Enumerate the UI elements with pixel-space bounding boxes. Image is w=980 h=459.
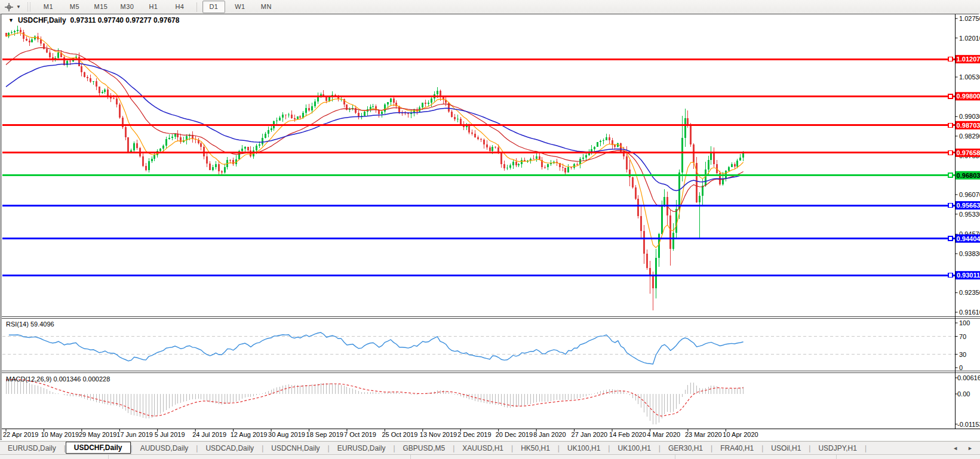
svg-text:23 Mar 2020: 23 Mar 2020 (685, 431, 722, 438)
timeframe-button-w1[interactable]: W1 (229, 1, 251, 13)
chart-tab-gbpusd-m5[interactable]: GBPUSD,M5 (395, 442, 453, 454)
svg-text:10 Apr 2020: 10 Apr 2020 (723, 431, 758, 438)
chart-tab-usdcnh-daily[interactable]: USDCNH,Daily (263, 442, 327, 454)
svg-text:2 Dec 2019: 2 Dec 2019 (457, 431, 491, 438)
svg-text:0.99800: 0.99800 (957, 93, 980, 100)
svg-text:27 Jan 2020: 27 Jan 2020 (572, 431, 608, 438)
svg-text:100: 100 (959, 319, 970, 326)
svg-text:13 Nov 2019: 13 Nov 2019 (420, 431, 457, 438)
svg-text:0.006167: 0.006167 (957, 374, 980, 381)
svg-text:29 May 2019: 29 May 2019 (79, 431, 117, 438)
svg-text:30 Aug 2019: 30 Aug 2019 (268, 431, 305, 438)
chart-tab-hk50-h1[interactable]: HK50,H1 (513, 442, 558, 454)
svg-text:30: 30 (959, 351, 966, 358)
macd-indicator-label: MACD(12,26,9) 0.001346 0.000228 (6, 375, 110, 383)
chart-tab-usoil-h1[interactable]: USOil,H1 (763, 442, 809, 454)
toolbar-separator (196, 2, 197, 12)
svg-text:7 Oct 2019: 7 Oct 2019 (344, 431, 376, 438)
timeframe-button-m30[interactable]: M30 (116, 1, 139, 13)
chart-tab-bar: EURUSD,Daily|USDCHF,Daily|AUDUSD,Daily|U… (0, 441, 980, 455)
chart-tab-uk100-h1[interactable]: UK100,H1 (610, 442, 658, 454)
chart-tab-usdjpy-h1[interactable]: USDJPY,H1 (810, 442, 864, 454)
svg-text:25 Oct 2019: 25 Oct 2019 (382, 431, 417, 438)
timeframe-button-m5[interactable]: M5 (63, 1, 86, 13)
svg-text:18 Sep 2019: 18 Sep 2019 (306, 431, 343, 438)
svg-text:0.93011: 0.93011 (957, 272, 980, 279)
cursor-tool-button[interactable]: ▼ (0, 0, 25, 14)
chart-tab-eurusd-daily[interactable]: EURUSD,Daily (330, 442, 394, 454)
svg-text:17 Jun 2019: 17 Jun 2019 (116, 431, 153, 438)
status-strip (0, 455, 980, 459)
toolbar-grip-handle[interactable] (27, 2, 30, 11)
chart-tab-audusd-daily[interactable]: AUDUSD,Daily (133, 442, 196, 454)
svg-text:8 Jan 2020: 8 Jan 2020 (533, 431, 566, 438)
svg-text:20 Dec 2019: 20 Dec 2019 (496, 431, 533, 438)
chart-tab-xauusd-h1[interactable]: XAUUSD,H1 (454, 442, 511, 454)
chart-tab-fra40-h1[interactable]: FRA40,H1 (712, 442, 761, 454)
timeframe-button-h4[interactable]: H4 (168, 1, 191, 13)
svg-text:24 Jul 2019: 24 Jul 2019 (192, 431, 226, 438)
svg-text:22 Apr 2019: 22 Apr 2019 (3, 431, 38, 438)
chart-tab-usdcad-daily[interactable]: USDCAD,Daily (198, 442, 262, 454)
chart-tab-uk100-h1[interactable]: UK100,H1 (560, 442, 608, 454)
svg-text:0.99030: 0.99030 (959, 113, 980, 120)
chevron-down-icon[interactable]: ▼ (16, 5, 21, 10)
chart-ohlc-values: 0.97311 0.97740 0.97277 0.97678 (70, 16, 180, 24)
svg-text:12 Aug 2019: 12 Aug 2019 (231, 431, 268, 438)
timeframe-button-d1[interactable]: D1 (202, 1, 225, 13)
svg-text:0.97658: 0.97658 (957, 149, 980, 156)
svg-text:70: 70 (959, 333, 966, 340)
chart-title: ▼ USDCHF,Daily 0.97311 0.97740 0.97277 0… (8, 16, 179, 24)
svg-text:14 Feb 2020: 14 Feb 2020 (609, 431, 646, 438)
svg-text:0: 0 (959, 364, 963, 371)
chart-tab-ger30-h1[interactable]: GER30,H1 (660, 442, 711, 454)
svg-text:0.92350: 0.92350 (959, 289, 980, 296)
svg-text:0.96070: 0.96070 (959, 191, 980, 198)
svg-text:1.01207: 1.01207 (957, 56, 980, 63)
chart-tab-usdchf-daily[interactable]: USDCHF,Daily (66, 442, 131, 454)
tab-divider: | (865, 444, 867, 452)
svg-text:5 Jul 2019: 5 Jul 2019 (155, 431, 185, 438)
price-chart-canvas[interactable]: 1.027501.020101.005300.990300.982900.975… (2, 14, 980, 440)
rsi-indicator-label: RSI(14) 59.4096 (6, 321, 54, 328)
svg-text:1.02010: 1.02010 (959, 35, 980, 42)
svg-text:1.02750: 1.02750 (959, 15, 980, 22)
timeframe-toolbar: ▼ M1M5M15M30H1H4D1W1MN (0, 0, 980, 14)
timeframe-button-m15[interactable]: M15 (90, 1, 112, 13)
svg-text:0.93830: 0.93830 (959, 250, 980, 257)
crosshair-icon (4, 2, 14, 12)
price-line-handle[interactable] (948, 123, 953, 127)
svg-text:4 Mar 2020: 4 Mar 2020 (647, 431, 680, 438)
chart-tab-eurusd-daily[interactable]: EURUSD,Daily (0, 442, 64, 454)
svg-text:0.98290: 0.98290 (959, 133, 980, 140)
tab-scroll-right-icon[interactable]: ► (967, 445, 973, 451)
chart-window[interactable]: 1.027501.020101.005300.990300.982900.975… (0, 14, 979, 440)
price-line-handle[interactable] (948, 273, 953, 278)
price-line-handle[interactable] (948, 173, 953, 177)
timeframe-button-mn[interactable]: MN (255, 1, 278, 13)
tab-scroll-left-icon[interactable]: ◄ (953, 445, 958, 451)
svg-text:0.00: 0.00 (957, 390, 970, 398)
svg-text:10 May 2019: 10 May 2019 (41, 431, 79, 438)
chart-symbol-label: USDCHF,Daily (18, 16, 66, 24)
price-line-handle[interactable] (948, 150, 953, 155)
price-line-handle[interactable] (948, 236, 953, 241)
timeframe-button-m1[interactable]: M1 (37, 1, 60, 13)
svg-text:0.94404: 0.94404 (957, 235, 980, 242)
svg-text:0.91610: 0.91610 (959, 309, 980, 316)
price-line-handle[interactable] (948, 57, 953, 61)
svg-text:1.00530: 1.00530 (959, 73, 980, 81)
svg-text:-0.011531: -0.011531 (957, 421, 980, 428)
title-dropdown-arrow-icon[interactable]: ▼ (8, 17, 14, 23)
timeframe-button-h1[interactable]: H1 (142, 1, 165, 13)
price-line-handle[interactable] (948, 94, 953, 98)
svg-text:0.95663: 0.95663 (957, 202, 980, 209)
svg-text:0.96803: 0.96803 (957, 172, 980, 179)
price-line-handle[interactable] (948, 204, 953, 208)
svg-text:0.95330: 0.95330 (959, 211, 980, 218)
svg-text:0.98703: 0.98703 (957, 122, 980, 129)
